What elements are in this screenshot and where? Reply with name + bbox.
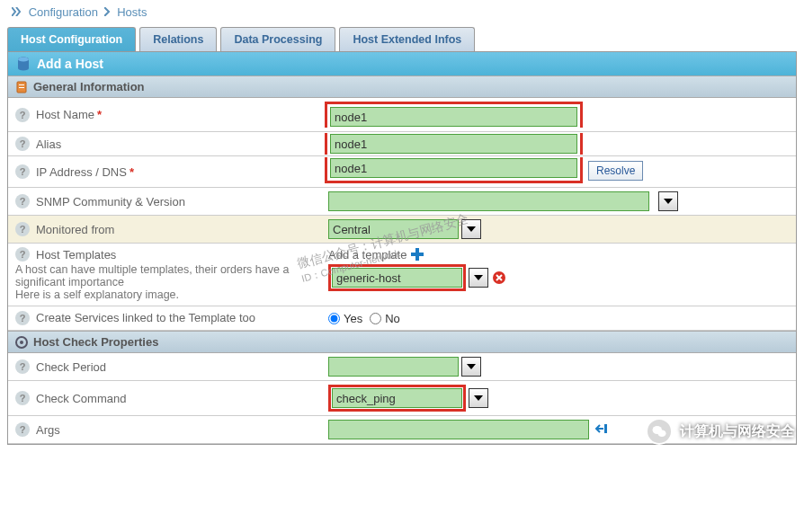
label-args: Args [36,423,60,437]
help-icon[interactable]: ? [15,137,30,151]
monitored-from-input[interactable] [328,219,459,239]
wechat-badge: 计算机与网络安全 [646,418,795,445]
label-alias: Alias [36,137,61,151]
svg-rect-4 [19,87,24,88]
arrow-icon [104,5,115,19]
templates-hint1: A host can have multiple templates, thei… [15,263,316,288]
alias-input[interactable] [330,134,577,154]
wechat-icon [646,418,673,445]
template-input[interactable] [332,268,462,288]
section-general-label: General Information [33,80,145,93]
wechat-badge-text: 计算机与网络安全 [680,422,795,441]
tab-host-extended-infos[interactable]: Host Extended Infos [339,27,475,51]
label-ip: IP Address / DNS [36,165,127,179]
svg-rect-6 [411,253,424,256]
svg-rect-10 [604,424,607,433]
row-snmp: ? SNMP Community & Version [8,188,796,216]
args-input[interactable] [328,420,589,439]
snmp-version-dropdown[interactable] [658,191,678,211]
section-general-info: General Information [8,75,796,98]
label-snmp: SNMP Community & Version [36,195,185,208]
create-services-no-radio[interactable] [370,313,381,324]
row-alias: ? Alias [8,132,796,156]
double-arrow-icon [12,5,26,19]
svg-point-1 [18,58,29,62]
tab-host-configuration[interactable]: Host Configuration [7,27,136,51]
section-host-check: Host Check Properties [8,331,796,353]
tab-relations[interactable]: Relations [139,27,217,51]
svg-rect-3 [19,84,24,85]
section-check-label: Host Check Properties [33,335,158,349]
tab-bar: Host Configuration Relations Data Proces… [7,27,797,52]
plus-icon[interactable] [410,247,424,262]
check-period-input[interactable] [328,357,459,377]
resolve-button[interactable]: Resolve [588,161,643,181]
help-icon[interactable]: ? [15,391,30,405]
row-ip: ? IP Address / DNS * Resolve [8,156,796,188]
row-monitored-from: ? Monitored from [8,216,796,244]
breadcrumb-hosts[interactable]: Hosts [117,5,147,19]
help-icon[interactable]: ? [15,311,30,325]
label-check-command: Check Command [36,392,126,405]
label-check-period: Check Period [36,360,106,374]
help-icon[interactable]: ? [15,108,30,122]
gear-icon [15,336,28,349]
delete-icon[interactable] [492,270,506,285]
panel-title: Add a Host [8,52,796,75]
create-services-yes-label: Yes [344,312,362,325]
required-marker: * [97,108,102,121]
label-templates: Host Templates [36,248,116,262]
row-host-name: ? Host Name * [8,98,796,132]
row-check-command: ? Check Command [8,381,796,416]
row-create-services: ? Create Services linked to the Template… [8,306,796,331]
svg-point-9 [20,341,23,344]
check-command-dropdown[interactable] [469,388,488,408]
label-create-services: Create Services linked to the Template t… [36,311,255,324]
check-command-input[interactable] [332,388,462,408]
help-icon[interactable]: ? [15,194,30,208]
clipboard-icon [15,81,28,93]
add-template-label: Add a template [328,248,406,262]
help-icon[interactable]: ? [15,164,30,179]
tab-data-processing[interactable]: Data Processing [220,27,335,51]
create-services-no-label: No [385,312,400,325]
create-services-yes-radio[interactable] [328,313,340,324]
required-marker: * [130,165,134,179]
label-monitored: Monitored from [36,223,114,236]
panel-title-text: Add a Host [37,57,103,71]
breadcrumb: Configuration Hosts [0,0,804,24]
help-icon[interactable]: ? [15,359,30,374]
row-check-period: ? Check Period [8,353,796,381]
host-name-input[interactable] [330,107,577,127]
template-dropdown[interactable] [469,268,488,288]
templates-hint2: Here is a self explanatory image. [15,288,316,301]
check-period-dropdown[interactable] [461,357,481,377]
database-icon [17,57,30,71]
help-icon[interactable]: ? [15,422,30,437]
help-icon[interactable]: ? [15,222,30,236]
snmp-community-input[interactable] [328,191,649,211]
args-action-icon[interactable] [594,421,609,439]
ip-input[interactable] [330,158,577,178]
monitored-from-dropdown[interactable] [461,219,481,239]
breadcrumb-configuration[interactable]: Configuration [29,5,98,19]
label-host-name: Host Name [36,108,94,121]
panel: Add a Host General Information ? Host Na… [7,52,797,445]
row-templates: ? Host Templates A host can have multipl… [8,244,796,306]
help-icon[interactable]: ? [15,247,30,262]
svg-point-12 [658,430,666,438]
